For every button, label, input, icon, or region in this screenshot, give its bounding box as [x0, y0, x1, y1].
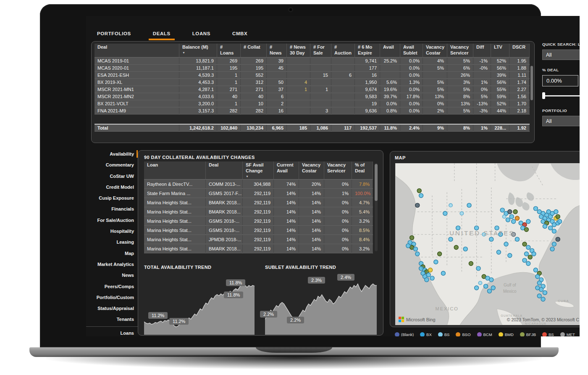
sidebar-item-peers-comps[interactable]: Peers/Comps	[86, 281, 138, 292]
map-point[interactable]	[504, 242, 508, 246]
deals-scrollbar[interactable]	[530, 66, 533, 100]
map-point[interactable]	[532, 252, 536, 256]
map-point[interactable]	[522, 258, 527, 263]
table-row[interactable]: State Farm Marina ...GSMS 2017-F...292,1…	[144, 189, 373, 198]
sidebar-item-for-sale-auction[interactable]: For Sale/Auction	[86, 215, 138, 226]
map-point[interactable]	[533, 268, 538, 272]
map-point[interactable]	[526, 245, 530, 250]
table-row[interactable]: Marina Heights Stat...JPMDB 2018-...292,…	[144, 235, 373, 244]
sidebar-item-tenants[interactable]: Tenants	[86, 314, 138, 325]
pct-deal-input[interactable]: 0.00%	[542, 75, 578, 86]
col-news-30-day[interactable]: # News 30 Day	[287, 44, 310, 57]
map-point[interactable]	[478, 281, 482, 284]
map-point[interactable]	[536, 274, 540, 279]
map-point[interactable]	[496, 250, 501, 254]
table-row[interactable]: Marina Heights Stat...GSMS 2018-...292,1…	[144, 216, 373, 226]
map-point[interactable]	[467, 203, 471, 207]
collateral-scrollbar-track[interactable]	[375, 163, 378, 251]
table-row[interactable]: BX 2021-VOLT3,200.01102190.0%0.0%0%13%-1…	[94, 100, 530, 107]
col-ltv[interactable]: LTV	[491, 44, 509, 57]
legend-item-bs[interactable]: BS	[542, 332, 554, 336]
map-point[interactable]	[528, 255, 532, 259]
col-auction[interactable]: # Auction	[331, 44, 355, 57]
col-vacancy-costar[interactable]: Vacancy Costar	[299, 161, 324, 180]
legend-item-met[interactable]: MET	[560, 332, 575, 336]
sidebar-item-financials[interactable]: Financials	[86, 203, 138, 214]
sidebar-item-loans[interactable]: Loans	[86, 328, 138, 336]
map-point[interactable]	[508, 253, 512, 258]
col-deal[interactable]: Deal	[94, 44, 179, 57]
map-point[interactable]	[541, 297, 545, 301]
map-point[interactable]	[537, 294, 541, 298]
map-point[interactable]	[537, 281, 541, 285]
map-point[interactable]	[512, 219, 516, 224]
col-deal[interactable]: Deal	[206, 161, 243, 180]
legend-item-bcm[interactable]: BCM	[477, 332, 492, 336]
map-point[interactable]	[460, 212, 463, 215]
map-point[interactable]	[513, 210, 517, 214]
map-point[interactable]	[489, 278, 494, 282]
map-point[interactable]	[508, 210, 512, 214]
map-point[interactable]	[543, 291, 547, 295]
map-point[interactable]	[489, 237, 494, 241]
map-point[interactable]	[526, 261, 530, 266]
col-vacancy-costar[interactable]: Vacancy Costar	[423, 44, 447, 57]
map-point[interactable]	[469, 261, 473, 266]
map-point[interactable]	[500, 208, 504, 212]
map-point[interactable]	[463, 247, 467, 251]
table-row[interactable]: Marina Heights Stat...BMARK 2018...292,1…	[144, 244, 373, 253]
map-point[interactable]	[475, 286, 479, 290]
sidebar-item-cusip-exposure[interactable]: Cusip Exposure	[86, 193, 138, 203]
legend-item-bmd[interactable]: BMD	[499, 332, 514, 336]
col-sf-avail-change[interactable]: SF Avail Change▼	[243, 161, 274, 180]
map-point[interactable]	[430, 276, 434, 280]
map-point[interactable]	[425, 278, 429, 282]
legend-item-bs[interactable]: BS	[438, 332, 450, 336]
map-point[interactable]	[484, 284, 488, 288]
map-point[interactable]	[476, 266, 480, 271]
tab-deals[interactable]: DEALS	[151, 30, 172, 37]
map-point[interactable]	[552, 242, 556, 246]
col-6-mo-expire[interactable]: # 6 Mo Expire	[355, 44, 380, 57]
table-row[interactable]: MSCR 2021-MN24,033.6404069,58339.7%17.8%…	[94, 93, 530, 100]
map-point[interactable]	[536, 286, 540, 290]
map-point[interactable]	[454, 245, 458, 250]
sidebar-item-portfolio-custom[interactable]: Portfolio/Custom	[86, 292, 138, 303]
col-dscr[interactable]: DSCR	[509, 44, 530, 57]
sidebar-item-credit-model[interactable]: Credit Model	[86, 182, 138, 193]
map-point[interactable]	[449, 237, 453, 241]
table-row[interactable]: BX 2019-XL4,453.313125041,9505.6%1.3%5%3…	[94, 78, 530, 86]
table-row[interactable]: MCAS 2020-0111,187.1195195451770.0%5%6%-…	[94, 64, 530, 71]
map-point[interactable]	[550, 247, 554, 251]
total-availability-chart[interactable]: 11.2%11.2%11.8%11.8%	[144, 273, 255, 335]
map-point[interactable]	[515, 237, 519, 241]
map-point[interactable]	[428, 268, 433, 272]
sidebar-item-status-appraisal[interactable]: Status/Appraisal	[86, 303, 138, 314]
legend-item-bx[interactable]: BX	[420, 332, 432, 336]
map-point[interactable]	[434, 260, 438, 264]
tab-portfolios[interactable]: PORTFOLIOS	[95, 30, 133, 37]
sublet-availability-chart[interactable]: 2.2%2.2%2.3%2.4%	[265, 273, 377, 335]
col-vacancy-servicer[interactable]: Vacancy Servicer	[447, 44, 473, 57]
map-point[interactable]	[487, 289, 491, 293]
col-balance-m[interactable]: Balance (M)▼	[179, 44, 217, 57]
map-point[interactable]	[549, 226, 553, 230]
map-point[interactable]	[552, 229, 556, 233]
sidebar-item-availability[interactable]: Availability	[86, 148, 138, 159]
col-diff[interactable]: Diff	[473, 44, 491, 57]
table-row[interactable]: FNA 2021-M93,157.32822821639,6360.8%0.0%…	[94, 107, 530, 114]
map-point[interactable]	[543, 224, 547, 229]
map-point[interactable]	[515, 216, 519, 220]
map-point[interactable]	[502, 215, 506, 218]
table-row[interactable]: MSCR 2021-MN14,287.127127137119,67419.6%…	[94, 86, 530, 93]
map-point[interactable]	[524, 252, 528, 256]
map-point[interactable]	[415, 252, 420, 256]
col-vacancy-servicer[interactable]: Vacancy Servicer	[324, 161, 352, 180]
map-point[interactable]	[449, 203, 452, 207]
sidebar-item-hospitality[interactable]: Hospitality	[86, 226, 138, 237]
map-point[interactable]	[556, 237, 560, 241]
col-news[interactable]: # News	[267, 44, 287, 57]
col-current-avail[interactable]: Current Avail	[274, 161, 299, 180]
col-loans[interactable]: # Loans	[217, 44, 241, 57]
map-point[interactable]	[522, 242, 527, 246]
